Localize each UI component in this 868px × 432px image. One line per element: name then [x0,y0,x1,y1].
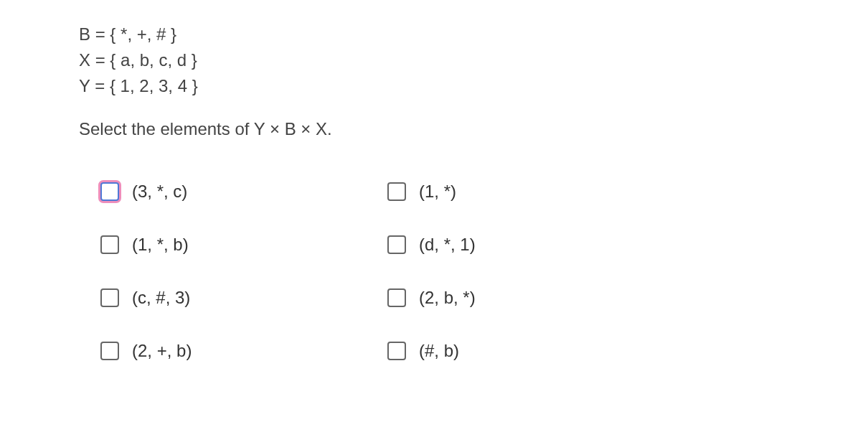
option-row: (c, #, 3) [100,271,387,324]
option-row: (d, *, 1) [387,218,674,271]
checkbox[interactable] [100,182,119,201]
question-container: B = { *, +, # } X = { a, b, c, d } Y = {… [0,0,868,377]
set-Y: Y = { 1, 2, 3, 4 } [79,73,868,99]
options-grid: (3, *, c) (1, *) (1, *, b) (d, *, 1) (c,… [100,165,868,377]
checkbox[interactable] [100,235,119,254]
option-row: (1, *, b) [100,218,387,271]
checkbox[interactable] [100,342,119,360]
checkbox[interactable] [387,288,406,307]
option-label: (2, +, b) [132,341,192,361]
option-label: (1, *, b) [132,235,189,255]
checkbox[interactable] [100,288,119,307]
question-prompt: Select the elements of Y × B × X. [79,119,868,139]
option-label: (1, *) [419,182,456,202]
option-row: (2, +, b) [100,324,387,377]
option-row: (2, b, *) [387,271,674,324]
checkbox[interactable] [387,235,406,254]
set-B: B = { *, +, # } [79,22,868,47]
option-label: (c, #, 3) [132,288,190,308]
sets-definition: B = { *, +, # } X = { a, b, c, d } Y = {… [79,22,868,99]
option-label: (#, b) [419,341,459,361]
option-row: (1, *) [387,165,674,218]
set-X: X = { a, b, c, d } [79,47,868,73]
checkbox[interactable] [387,342,406,360]
option-label: (2, b, *) [419,288,476,308]
checkbox[interactable] [387,182,406,201]
option-label: (d, *, 1) [419,235,476,255]
option-row: (3, *, c) [100,165,387,218]
option-label: (3, *, c) [132,182,187,202]
option-row: (#, b) [387,324,674,377]
